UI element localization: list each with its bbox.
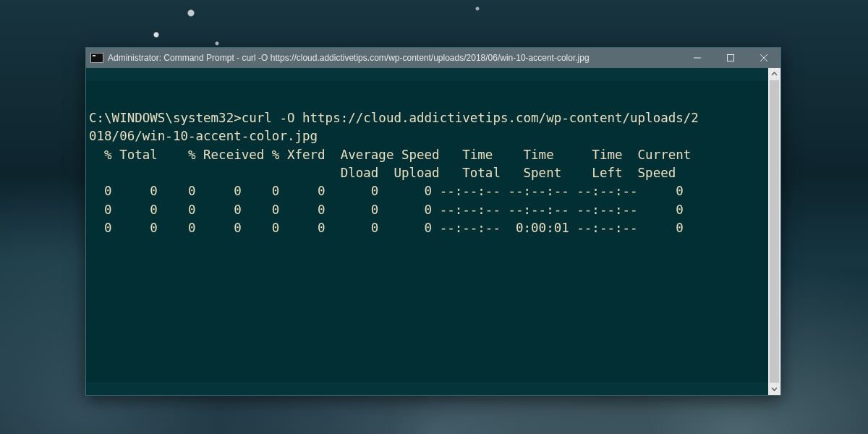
desktop-wallpaper: Administrator: Command Prompt - curl -O …	[0, 0, 868, 434]
scroll-up-button[interactable]	[768, 68, 780, 80]
chevron-up-icon	[771, 71, 778, 77]
close-button[interactable]	[747, 48, 780, 68]
window-titlebar[interactable]: Administrator: Command Prompt - curl -O …	[86, 48, 780, 68]
minimize-icon	[694, 54, 701, 61]
scroll-track[interactable]	[768, 80, 780, 383]
window-client-area: C:\WINDOWS\system32>curl -O https://clou…	[86, 68, 780, 395]
svg-rect-0	[728, 55, 734, 61]
vertical-scrollbar[interactable]	[768, 68, 780, 395]
maximize-icon	[727, 54, 734, 61]
window-title: Administrator: Command Prompt - curl -O …	[108, 53, 681, 63]
maximize-button[interactable]	[714, 48, 747, 68]
window-controls	[681, 48, 780, 68]
chevron-down-icon	[771, 386, 778, 392]
minimize-button[interactable]	[681, 48, 714, 68]
close-icon	[760, 54, 767, 61]
scroll-down-button[interactable]	[768, 383, 780, 395]
command-prompt-window: Administrator: Command Prompt - curl -O …	[85, 47, 781, 396]
cmd-icon	[90, 53, 103, 63]
scroll-thumb[interactable]	[770, 80, 779, 383]
terminal-output[interactable]: C:\WINDOWS\system32>curl -O https://clou…	[86, 81, 768, 383]
